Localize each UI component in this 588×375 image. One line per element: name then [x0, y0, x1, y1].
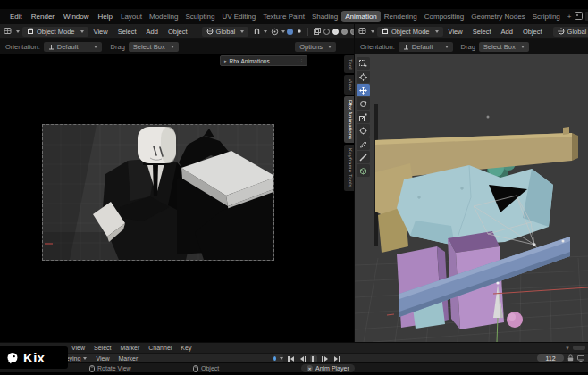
- drag-label: Drag: [111, 43, 125, 51]
- dope-menu-channel[interactable]: Channel: [144, 345, 176, 351]
- orientation-dropdown[interactable]: Default: [399, 42, 453, 52]
- tool-rotate[interactable]: [357, 97, 370, 110]
- tool-annotate[interactable]: [357, 138, 370, 150]
- orientation-dropdown[interactable]: Default: [44, 42, 102, 52]
- object-mode-icon: [382, 28, 389, 35]
- collapse-triangle-icon[interactable]: ▼: [565, 346, 570, 351]
- viewport-right: Object Mode View Select Add Object Globa…: [355, 24, 588, 342]
- viewport-right-canvas[interactable]: [355, 54, 588, 342]
- workspace-tab-rendering[interactable]: Rendering: [381, 11, 421, 22]
- mode-dropdown[interactable]: Object Mode: [22, 27, 88, 37]
- mode-dropdown[interactable]: Object Mode: [377, 27, 443, 37]
- expand-arrow-icon: ▸: [224, 58, 227, 63]
- jump-to-start-button[interactable]: [286, 355, 296, 362]
- workspace-tab-scripting[interactable]: Scripting: [529, 11, 564, 22]
- workspace-tab-layout[interactable]: Layout: [117, 11, 146, 22]
- menu-add[interactable]: Add: [142, 28, 163, 36]
- pause-button[interactable]: [310, 355, 317, 362]
- camera-view[interactable]: [42, 124, 274, 261]
- editor-type-chevron: [16, 30, 20, 33]
- snap-toggle[interactable]: [253, 28, 267, 36]
- kix-watermark-label: Kix: [23, 350, 45, 365]
- tool-scale[interactable]: [357, 111, 370, 123]
- drag-label: Drag: [461, 43, 475, 51]
- editor-type-chevron: [371, 30, 374, 33]
- dope-menu-select[interactable]: Select: [89, 345, 115, 351]
- rbx-animations-panel-header[interactable]: ▸ Rbx Animations ⋮⋮: [220, 55, 307, 66]
- running-job-indicator[interactable]: ✕ Anim Player: [301, 364, 355, 372]
- x-axis-red-line: [493, 288, 588, 294]
- current-frame-field[interactable]: 112: [537, 354, 564, 362]
- viewport-left-canvas[interactable]: ▸ Rbx Animations ⋮⋮ Tool View Rbx Animat…: [0, 54, 354, 342]
- dope-menu-view[interactable]: View: [67, 345, 89, 351]
- tool-add-cube[interactable]: [357, 164, 370, 177]
- workspace-tab-sculpting[interactable]: Sculpting: [181, 11, 218, 22]
- overlays-toggle-icon[interactable]: [297, 29, 302, 34]
- tool-select-box[interactable]: [357, 57, 370, 70]
- gizmo-toggle-icon[interactable]: [286, 28, 294, 36]
- scrollbar-handle[interactable]: [573, 346, 585, 350]
- menu-window[interactable]: Window: [59, 12, 93, 21]
- menu-select[interactable]: Select: [113, 28, 141, 36]
- auto-keyframe-toggle[interactable]: [273, 354, 283, 362]
- workspace-tab-geometry-nodes[interactable]: Geometry Nodes: [467, 11, 528, 22]
- tool-cursor[interactable]: [357, 71, 370, 83]
- timeline-menu-view[interactable]: View: [91, 355, 113, 362]
- menu-view[interactable]: View: [89, 28, 113, 36]
- workspace-tab-modeling[interactable]: Modeling: [146, 11, 181, 22]
- shading-material-icon[interactable]: [341, 29, 348, 35]
- screen-icon[interactable]: [577, 355, 584, 362]
- object-mode-icon: [27, 28, 34, 35]
- add-workspace-button[interactable]: +: [564, 11, 575, 22]
- stop-job-icon[interactable]: ✕: [307, 365, 313, 371]
- menu-add[interactable]: Add: [497, 28, 517, 36]
- workspace-tab-animation-active[interactable]: Animation: [341, 11, 381, 22]
- shading-rendered-icon[interactable]: [350, 29, 354, 35]
- transform-orientation-dropdown[interactable]: Global: [553, 27, 588, 37]
- dope-menu-key[interactable]: Key: [176, 345, 196, 351]
- menu-help[interactable]: Help: [94, 12, 117, 21]
- kix-watermark: Kix: [0, 346, 68, 369]
- menu-render[interactable]: Render: [27, 12, 59, 21]
- workspace-tab-texture-paint[interactable]: Texture Paint: [259, 11, 308, 22]
- sidebar-tab-rbx-animations[interactable]: Rbx Animations: [344, 96, 354, 144]
- tool-measure[interactable]: [357, 151, 370, 163]
- jump-to-end-button[interactable]: [332, 355, 342, 362]
- tool-move-active[interactable]: [357, 84, 370, 96]
- select-tool-dropdown[interactable]: Select Box: [479, 42, 529, 52]
- next-keyframe-button[interactable]: [320, 355, 330, 362]
- timeline-header: Keying View Marker 112: [0, 353, 588, 362]
- transform-orientation-dropdown[interactable]: Global: [202, 27, 249, 37]
- xray-toggle-icon[interactable]: [314, 28, 321, 35]
- previous-keyframe-button[interactable]: [298, 355, 308, 362]
- editor-type-icon[interactable]: [4, 27, 13, 37]
- timeline-menu-marker[interactable]: Marker: [113, 355, 142, 362]
- lock-icon[interactable]: [567, 354, 574, 362]
- viewport-right-header: Object Mode View Select Add Object Globa…: [355, 24, 588, 39]
- global-orientation-icon: [206, 28, 214, 35]
- tool-transform[interactable]: [357, 124, 370, 137]
- dope-menu-marker[interactable]: Marker: [116, 345, 145, 351]
- sidebar-tab-view[interactable]: View: [344, 75, 354, 95]
- editor-type-icon[interactable]: [358, 27, 367, 37]
- dark-figure-and-slab: [177, 129, 273, 260]
- menu-object[interactable]: Object: [518, 28, 547, 36]
- menu-object[interactable]: Object: [164, 28, 192, 36]
- rbx-animations-panel-label: Rbx Animations: [230, 58, 270, 64]
- sidebar-tab-keyframe-tools[interactable]: Keyframe Tools: [344, 145, 354, 191]
- workspace-tab-compositing[interactable]: Compositing: [421, 11, 467, 22]
- menu-select[interactable]: Select: [468, 28, 496, 36]
- workspace-tab-shading[interactable]: Shading: [308, 11, 341, 22]
- workspace-tab-uv-editing[interactable]: UV Editing: [218, 11, 259, 22]
- sidebar-tab-tool[interactable]: Tool: [344, 55, 354, 73]
- region-corner-widgets: ▼: [565, 346, 585, 351]
- job-label: Anim Player: [315, 365, 349, 371]
- menu-view[interactable]: View: [444, 28, 467, 36]
- shading-solid-icon-active[interactable]: [332, 29, 339, 35]
- options-dropdown[interactable]: Options: [295, 42, 336, 52]
- shading-wireframe-icon[interactable]: [323, 29, 330, 35]
- proportional-edit-toggle[interactable]: [271, 28, 285, 36]
- menu-edit[interactable]: Edit: [5, 12, 27, 21]
- status-bar: Rotate View Object ✕ Anim Player: [0, 362, 588, 372]
- select-tool-dropdown[interactable]: Select Box: [129, 42, 179, 52]
